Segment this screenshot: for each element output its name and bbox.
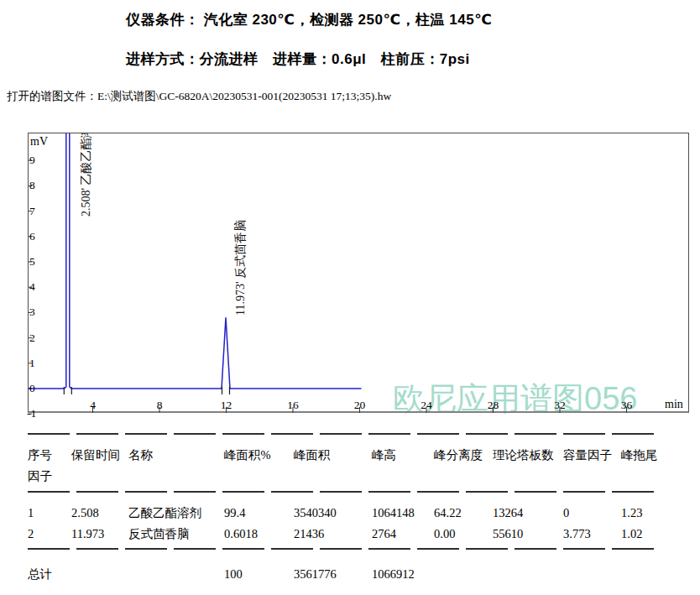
table-cell: 反式茴香脑 [128,526,190,541]
table-total-cell: 1066912 [372,566,415,582]
table-header-cell: 容量因子 [563,447,612,462]
table-total-cell: 100 [224,566,243,582]
table-cell: 2764 [372,526,396,541]
table-cell: 0.6018 [224,526,258,541]
table-cell: 11.973 [71,526,104,541]
table-total-cell: 3561776 [294,566,337,582]
table-cell: 乙酸乙酯溶剂 [128,505,201,520]
table-separator-rule [28,548,654,550]
table-cell: 64.22 [434,505,462,520]
table-total-label: 总计 [28,566,52,582]
table-cell: 0 [563,505,569,520]
table-cell: 1.23 [621,505,642,520]
peak-results-table: 序号保留时间名称峰面积%峰面积峰高峰分离度理论塔板数容量因子峰拖尾因子12.50… [0,0,700,595]
table-header-cell: 保留时间 [71,447,120,462]
table-cell: 13264 [493,505,523,520]
table-cell: 2.508 [71,505,99,520]
table-header-cell: 峰拖尾 [621,447,658,462]
table-header-cell: 序号 [28,447,52,462]
table-cell: 3.773 [563,526,591,541]
table-cell: 1064148 [372,505,415,520]
gc-report-page: 仪器条件： 汽化室 230℃，检测器 250℃，柱温 145℃ 进样方式：分流进… [0,0,700,595]
table-header-cell: 名称 [128,447,153,462]
table-cell: 55610 [493,526,523,541]
table-header-wrap-cell: 因子 [28,468,52,483]
table-header-cell: 理论塔板数 [493,447,554,462]
table-cell: 2 [28,526,34,541]
table-cell: 3540340 [294,505,337,520]
table-cell: 99.4 [224,505,245,520]
table-header-cell: 峰高 [372,447,396,462]
table-cell: 0.00 [434,526,455,541]
table-cell: 1.02 [621,526,642,541]
table-header-cell: 峰面积 [294,447,331,462]
table-header-cell: 峰面积% [224,447,271,462]
table-header-cell: 峰分离度 [434,447,483,462]
table-cell: 21436 [294,526,324,541]
table-separator-rule [28,491,654,493]
table-cell: 1 [28,505,34,520]
table-separator-rule [28,433,654,435]
